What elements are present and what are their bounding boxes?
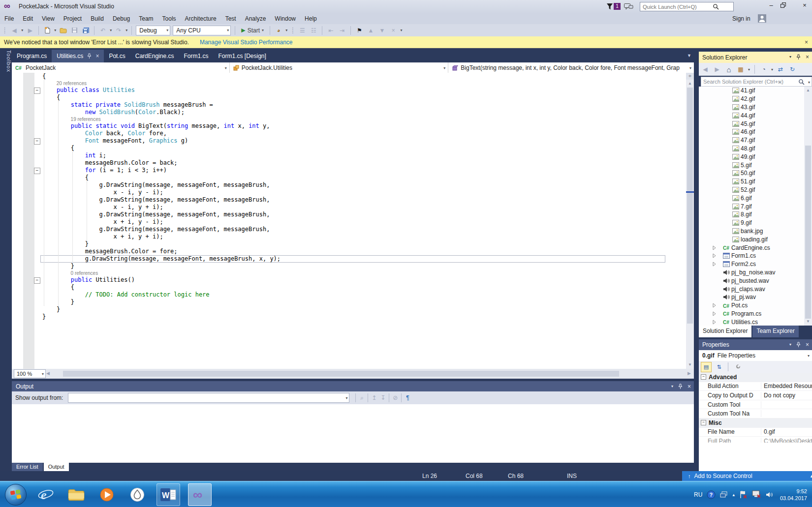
close-icon[interactable]: × bbox=[806, 54, 809, 60]
solution-item-pj_busted.wav[interactable]: pj_busted.wav bbox=[699, 276, 804, 285]
property-value[interactable]: Do not copy bbox=[761, 392, 812, 399]
collapse-icon[interactable]: − bbox=[701, 374, 706, 380]
code-line-11[interactable]: int i; bbox=[12, 152, 686, 159]
code-line-20[interactable]: x + i, y - i); bbox=[12, 218, 686, 226]
pin-icon[interactable] bbox=[796, 54, 801, 60]
toolbar-overflow-icon[interactable]: ▾ bbox=[400, 28, 402, 32]
code-line-3[interactable]: { bbox=[12, 94, 686, 101]
menu-team[interactable]: Team bbox=[134, 13, 157, 24]
network-status-icon[interactable] bbox=[752, 490, 761, 499]
scope-dropdown-icon[interactable]: ▾ bbox=[748, 67, 750, 72]
solution-explorer-search[interactable]: Search Solution Explorer (Ctrl+ж) ▾ bbox=[701, 77, 812, 87]
code-line-16[interactable]: x - i, y - i); bbox=[12, 189, 686, 196]
code-line-28[interactable]: − public Utilities() bbox=[12, 276, 686, 284]
code-editor[interactable]: {20 references− public class Utilities {… bbox=[12, 73, 686, 369]
pin-icon[interactable] bbox=[796, 342, 801, 348]
scroll-down-icon[interactable]: ▼ bbox=[804, 319, 812, 325]
show-output-from-select[interactable]: ▾ bbox=[68, 393, 349, 403]
build-selection-icon[interactable]: ☷ bbox=[309, 26, 318, 35]
pending-changes-filter-icon[interactable]: ◔ bbox=[759, 65, 768, 74]
feedback-icon[interactable] bbox=[624, 3, 633, 10]
solution-item-form1.cs[interactable]: Form1.cs bbox=[699, 252, 804, 260]
close-icon[interactable]: × bbox=[806, 341, 809, 348]
properties-object-select[interactable]: 0.gif File Properties ▾ bbox=[699, 350, 812, 361]
taskbar-word[interactable]: W bbox=[156, 483, 180, 506]
sync-with-active-document-icon[interactable]: ⇄ bbox=[776, 65, 785, 74]
menu-build[interactable]: Build bbox=[86, 13, 108, 24]
toolbar-overflow-icon[interactable]: ▾ bbox=[285, 28, 287, 32]
code-line-21[interactable]: g.DrawString(message, messageFont, messa… bbox=[12, 226, 686, 233]
tab-pot.cs[interactable]: Pot.cs bbox=[104, 50, 130, 62]
solution-item-pj_pj.wav[interactable]: pj_pj.wav bbox=[699, 293, 804, 301]
taskbar-media-player[interactable] bbox=[95, 484, 118, 506]
code-line-33[interactable]: } bbox=[12, 313, 686, 321]
solution-item-pot.cs[interactable]: C#Pot.cs bbox=[699, 301, 804, 310]
undo-dropdown-icon[interactable]: ▾ bbox=[110, 28, 112, 32]
start-button[interactable] bbox=[5, 484, 27, 506]
output-panel-header[interactable]: Output ▾ × bbox=[12, 381, 694, 391]
code-line-2[interactable]: − public class Utilities bbox=[12, 87, 686, 94]
redo-dropdown-icon[interactable]: ▾ bbox=[125, 28, 127, 32]
save-icon[interactable] bbox=[70, 26, 79, 35]
code-line-12[interactable]: messageBrush.Color = back; bbox=[12, 159, 686, 167]
expander-icon[interactable] bbox=[712, 320, 723, 325]
object-dropdown-icon[interactable]: ▾ bbox=[808, 354, 810, 358]
clock[interactable]: 9:52 03.04.2017 bbox=[780, 488, 810, 502]
solution-item-pj_bg_noise.wav[interactable]: pj_bg_noise.wav bbox=[699, 268, 804, 277]
solution-item-6.gif[interactable]: 6.gif bbox=[699, 194, 804, 202]
properties-panel-header[interactable]: Properties ▾ × bbox=[699, 339, 812, 350]
start-debug-button[interactable]: ▶ Start ▾ bbox=[239, 26, 266, 35]
close-icon[interactable]: × bbox=[687, 383, 691, 390]
home-icon[interactable]: ⌂ bbox=[724, 65, 733, 74]
minimize-button[interactable]: – bbox=[764, 0, 779, 11]
performance-profiler-icon[interactable]: ◕ bbox=[274, 26, 283, 35]
scroll-up-icon[interactable]: ▲ bbox=[804, 88, 812, 93]
solution-item-pj_claps.wav[interactable]: pj_claps.wav bbox=[699, 285, 804, 293]
solution-item-52.gif[interactable]: 52.gif bbox=[699, 186, 804, 194]
forward-icon[interactable]: ▶ bbox=[713, 65, 721, 74]
back-icon[interactable]: ◀ bbox=[701, 65, 710, 74]
menu-project[interactable]: Project bbox=[59, 13, 86, 24]
collapse-icon[interactable]: ▲ bbox=[810, 474, 812, 478]
next-message-icon[interactable]: ↧ bbox=[378, 393, 387, 402]
code-line-31[interactable]: } bbox=[12, 298, 686, 306]
expander-icon[interactable] bbox=[712, 253, 723, 258]
solution-item-42.gif[interactable]: 42.gif bbox=[699, 95, 804, 103]
solution-item-cardengine.cs[interactable]: C#CardEngine.cs bbox=[699, 243, 804, 252]
show-all-files-icon[interactable]: ▦ bbox=[736, 65, 745, 74]
codelens-references[interactable]: 19 references bbox=[12, 116, 686, 122]
solution-item-46.gif[interactable]: 46.gif bbox=[699, 128, 804, 136]
categorized-view-icon[interactable]: ▤ bbox=[701, 362, 712, 372]
output-content[interactable] bbox=[12, 404, 694, 463]
solution-item-49.gif[interactable]: 49.gif bbox=[699, 152, 804, 161]
close-icon[interactable]: × bbox=[805, 39, 808, 46]
restore-button[interactable] bbox=[781, 2, 795, 13]
menu-architecture[interactable]: Architecture bbox=[181, 13, 221, 24]
solution-item-43.gif[interactable]: 43.gif bbox=[699, 103, 804, 112]
scrollbar-thumb[interactable] bbox=[805, 146, 811, 319]
pin-icon[interactable] bbox=[87, 53, 92, 59]
tab-output[interactable]: Output bbox=[44, 463, 69, 471]
tab-program.cs[interactable]: Program.cs bbox=[12, 50, 52, 62]
undo-icon[interactable]: ↶ bbox=[98, 26, 107, 35]
code-line-7[interactable]: public static void BigText(string messag… bbox=[12, 122, 686, 130]
taskbar-visual-studio[interactable]: ∞ bbox=[188, 483, 212, 506]
solution-item-45.gif[interactable]: 45.gif bbox=[699, 119, 804, 128]
code-line-32[interactable]: } bbox=[12, 306, 686, 313]
save-all-icon[interactable] bbox=[81, 26, 90, 35]
action-center-flag-icon[interactable] bbox=[739, 490, 748, 499]
sign-in-button[interactable]: Sign in bbox=[732, 13, 750, 24]
solution-item-41.gif[interactable]: 41.gif bbox=[699, 87, 804, 95]
type-select[interactable]: PocketJack.Utilities▾ bbox=[230, 62, 449, 73]
help-icon[interactable]: ? bbox=[707, 490, 716, 499]
zoom-level-select[interactable]: 100 %▾ bbox=[14, 369, 46, 378]
taskbar-file-explorer[interactable] bbox=[65, 484, 88, 506]
clear-bookmarks-icon[interactable]: × bbox=[389, 26, 398, 35]
solution-item-bank.jpg[interactable]: bank.jpg bbox=[699, 227, 804, 236]
solution-item-50.gif[interactable]: 50.gif bbox=[699, 169, 804, 178]
code-line-current[interactable]: g.DrawString(message, messageFont, messa… bbox=[12, 255, 686, 263]
collapse-icon[interactable]: − bbox=[701, 420, 706, 425]
scroll-right-icon[interactable]: ▶ bbox=[687, 371, 691, 376]
solution-explorer-header[interactable]: Solution Explorer ▾ × bbox=[699, 52, 812, 63]
tab-utilities.cs[interactable]: Utilities.cs× bbox=[52, 50, 104, 62]
